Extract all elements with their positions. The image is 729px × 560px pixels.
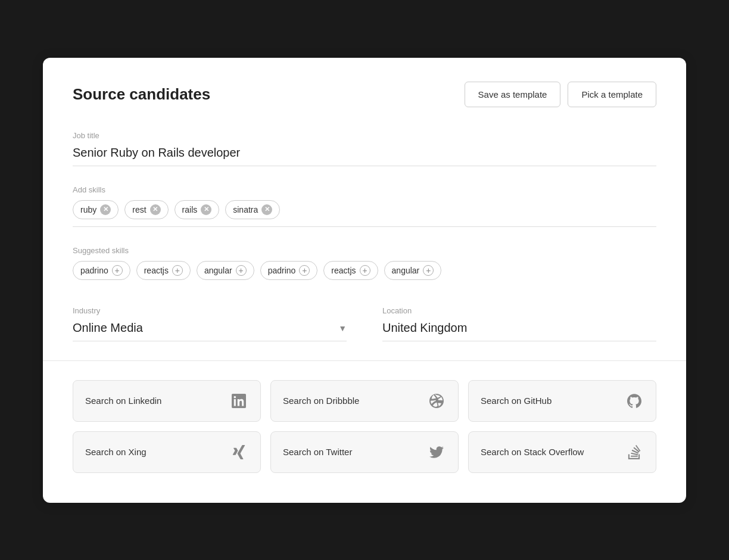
linkedin-icon — [229, 391, 248, 410]
search-button-label: Search on Xing — [85, 447, 147, 457]
skill-tag: rails✕ — [175, 200, 220, 219]
suggested-tag-label: reactjs — [144, 266, 169, 275]
skills-tags-row: ruby✕rest✕rails✕sinatra✕ — [73, 200, 656, 227]
suggested-tag: angular+ — [197, 261, 254, 280]
search-twitter-button[interactable]: Search on Twitter — [270, 431, 459, 473]
page-title: Source candidates — [73, 85, 210, 104]
job-title-value[interactable]: Senior Ruby on Rails developer — [73, 146, 656, 166]
search-xing-button[interactable]: Search on Xing — [73, 431, 261, 473]
github-icon — [625, 391, 644, 410]
pick-template-button[interactable]: Pick a template — [568, 82, 656, 107]
chevron-down-icon: ▼ — [338, 323, 347, 333]
suggested-tag-add-button[interactable]: + — [112, 265, 123, 276]
suggested-tag-add-button[interactable]: + — [299, 265, 310, 276]
suggested-tag-add-button[interactable]: + — [423, 265, 434, 276]
suggested-tag-add-button[interactable]: + — [172, 265, 183, 276]
main-card: Source candidates Save as template Pick … — [43, 58, 686, 503]
suggested-tag-add-button[interactable]: + — [360, 265, 370, 276]
skill-remove-button[interactable]: ✕ — [100, 204, 111, 215]
suggested-skills-section: Suggested skills padrino+reactjs+angular… — [73, 246, 656, 287]
skill-tag-label: rails — [182, 205, 198, 214]
location-value[interactable]: United Kingdom — [382, 321, 656, 341]
twitter-icon — [427, 443, 446, 462]
suggested-tag-label: padrino — [268, 266, 296, 275]
suggested-tag: reactjs+ — [323, 261, 378, 280]
skills-label: Add skills — [73, 185, 656, 194]
skill-tag-label: rest — [132, 205, 146, 214]
skill-tag-label: ruby — [80, 205, 96, 214]
dribbble-icon — [427, 391, 446, 410]
suggested-tags-row: padrino+reactjs+angular+padrino+reactjs+… — [73, 261, 656, 287]
search-button-label: Search on Twitter — [283, 447, 352, 457]
industry-field: Industry Online Media ▼ — [73, 306, 347, 341]
suggested-tag-label: reactjs — [331, 266, 356, 275]
suggested-tag-add-button[interactable]: + — [236, 265, 247, 276]
suggested-tag: padrino+ — [260, 261, 318, 280]
search-dribbble-button[interactable]: Search on Dribbble — [270, 380, 459, 422]
suggested-tag-label: angular — [204, 266, 232, 275]
suggested-tag: angular+ — [384, 261, 442, 280]
bottom-divider — [43, 360, 686, 361]
suggested-tag: reactjs+ — [136, 261, 191, 280]
suggested-tag-label: padrino — [80, 266, 108, 275]
skill-tag: ruby✕ — [73, 200, 119, 219]
job-title-section: Job title Senior Ruby on Rails developer — [73, 131, 656, 166]
search-linkedin-button[interactable]: Search on Linkedin — [73, 380, 261, 422]
skill-tag: sinatra✕ — [225, 200, 280, 219]
skill-remove-button[interactable]: ✕ — [201, 204, 211, 215]
job-title-label: Job title — [73, 131, 656, 140]
search-github-button[interactable]: Search on GitHub — [468, 380, 656, 422]
skill-tag: rest✕ — [124, 200, 168, 219]
industry-select-wrapper: Online Media ▼ — [73, 321, 347, 341]
skill-tag-label: sinatra — [233, 205, 258, 214]
search-stackoverflow-button[interactable]: Search on Stack Overflow — [468, 431, 656, 473]
skill-remove-button[interactable]: ✕ — [150, 204, 161, 215]
stackoverflow-icon — [625, 443, 644, 462]
industry-value[interactable]: Online Media — [73, 321, 347, 341]
suggested-skills-label: Suggested skills — [73, 246, 656, 255]
skill-remove-button[interactable]: ✕ — [261, 204, 272, 215]
industry-label: Industry — [73, 306, 347, 315]
suggested-tag: padrino+ — [73, 261, 130, 280]
suggested-tag-label: angular — [392, 266, 420, 275]
search-button-label: Search on Linkedin — [85, 396, 161, 406]
industry-location-section: Industry Online Media ▼ Location United … — [73, 306, 656, 341]
skills-section: Add skills ruby✕rest✕rails✕sinatra✕ — [73, 185, 656, 227]
search-button-label: Search on GitHub — [481, 396, 552, 406]
save-template-button[interactable]: Save as template — [465, 82, 561, 107]
search-button-label: Search on Stack Overflow — [481, 447, 584, 457]
xing-icon — [229, 443, 248, 462]
header: Source candidates Save as template Pick … — [73, 82, 656, 107]
location-field: Location United Kingdom — [382, 306, 656, 341]
search-grid: Search on Linkedin Search on Dribbble Se… — [73, 380, 656, 473]
header-actions: Save as template Pick a template — [465, 82, 656, 107]
location-label: Location — [382, 306, 656, 315]
search-button-label: Search on Dribbble — [283, 396, 359, 406]
